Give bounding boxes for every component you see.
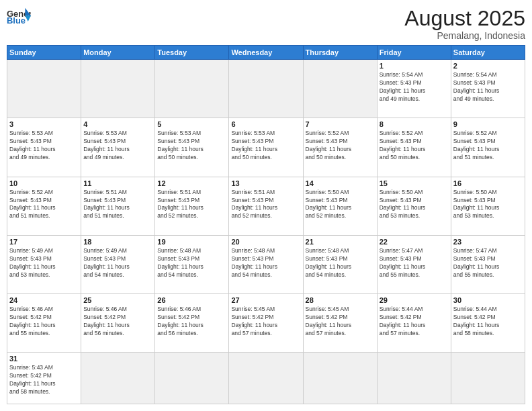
day-info: Sunrise: 5:45 AM Sunset: 5:42 PM Dayligh… [306, 306, 375, 338]
calendar-cell: 11Sunrise: 5:51 AM Sunset: 5:43 PM Dayli… [81, 177, 155, 235]
weekday-header-monday: Monday [81, 46, 155, 60]
day-number: 2 [453, 62, 523, 70]
day-number: 15 [380, 179, 449, 187]
day-info: Sunrise: 5:44 AM Sunset: 5:42 PM Dayligh… [453, 306, 523, 338]
calendar-cell: 23Sunrise: 5:47 AM Sunset: 5:43 PM Dayli… [451, 235, 525, 293]
logo-icon: General Blue [7, 7, 31, 26]
calendar-week-row: 10Sunrise: 5:52 AM Sunset: 5:43 PM Dayli… [7, 177, 525, 235]
day-info: Sunrise: 5:45 AM Sunset: 5:42 PM Dayligh… [231, 306, 300, 338]
weekday-header-tuesday: Tuesday [155, 46, 229, 60]
day-number: 17 [9, 238, 79, 246]
calendar-cell: 31Sunrise: 5:43 AM Sunset: 5:42 PM Dayli… [7, 353, 81, 404]
day-info: Sunrise: 5:48 AM Sunset: 5:43 PM Dayligh… [306, 247, 375, 279]
day-number: 8 [380, 120, 449, 128]
calendar-week-row: 31Sunrise: 5:43 AM Sunset: 5:42 PM Dayli… [7, 353, 525, 404]
logo: General Blue [7, 7, 31, 26]
weekday-header-friday: Friday [377, 46, 451, 60]
day-info: Sunrise: 5:44 AM Sunset: 5:42 PM Dayligh… [380, 306, 449, 338]
day-info: Sunrise: 5:52 AM Sunset: 5:43 PM Dayligh… [9, 189, 79, 221]
day-number: 25 [83, 296, 152, 304]
day-number: 31 [9, 355, 79, 363]
day-number: 9 [453, 120, 523, 128]
location-subtitle: Pemalang, Indonesia [404, 30, 525, 41]
day-info: Sunrise: 5:43 AM Sunset: 5:42 PM Dayligh… [9, 364, 79, 396]
day-info: Sunrise: 5:50 AM Sunset: 5:43 PM Dayligh… [453, 189, 523, 221]
day-info: Sunrise: 5:48 AM Sunset: 5:43 PM Dayligh… [157, 247, 226, 279]
day-number: 19 [157, 238, 226, 246]
day-info: Sunrise: 5:46 AM Sunset: 5:42 PM Dayligh… [9, 306, 79, 338]
day-number: 20 [231, 238, 300, 246]
day-number: 7 [306, 120, 375, 128]
calendar-cell: 14Sunrise: 5:50 AM Sunset: 5:43 PM Dayli… [303, 177, 377, 235]
day-info: Sunrise: 5:46 AM Sunset: 5:42 PM Dayligh… [157, 306, 226, 338]
calendar-week-row: 17Sunrise: 5:49 AM Sunset: 5:43 PM Dayli… [7, 235, 525, 293]
day-info: Sunrise: 5:52 AM Sunset: 5:43 PM Dayligh… [306, 130, 375, 162]
day-number: 5 [157, 120, 226, 128]
day-number: 1 [380, 62, 449, 70]
calendar-cell: 25Sunrise: 5:46 AM Sunset: 5:42 PM Dayli… [81, 294, 155, 353]
day-number: 27 [231, 296, 300, 304]
day-number: 16 [453, 179, 523, 187]
month-year-title: August 2025 [404, 7, 525, 30]
day-number: 29 [380, 296, 449, 304]
calendar-cell [377, 353, 451, 404]
calendar-cell: 10Sunrise: 5:52 AM Sunset: 5:43 PM Dayli… [7, 177, 81, 235]
calendar-cell: 24Sunrise: 5:46 AM Sunset: 5:42 PM Dayli… [7, 294, 81, 353]
weekday-header-sunday: Sunday [7, 46, 81, 60]
day-number: 21 [306, 238, 375, 246]
day-number: 4 [83, 120, 152, 128]
day-info: Sunrise: 5:51 AM Sunset: 5:43 PM Dayligh… [83, 189, 152, 221]
day-info: Sunrise: 5:53 AM Sunset: 5:43 PM Dayligh… [9, 130, 79, 162]
day-number: 23 [453, 238, 523, 246]
day-info: Sunrise: 5:49 AM Sunset: 5:43 PM Dayligh… [83, 247, 152, 279]
day-number: 22 [380, 238, 449, 246]
day-number: 6 [231, 120, 300, 128]
calendar-cell: 3Sunrise: 5:53 AM Sunset: 5:43 PM Daylig… [7, 118, 81, 177]
calendar-cell: 6Sunrise: 5:53 AM Sunset: 5:43 PM Daylig… [229, 118, 303, 177]
calendar-cell [303, 60, 377, 118]
day-number: 14 [306, 179, 375, 187]
calendar-cell: 18Sunrise: 5:49 AM Sunset: 5:43 PM Dayli… [81, 235, 155, 293]
day-info: Sunrise: 5:49 AM Sunset: 5:43 PM Dayligh… [9, 247, 79, 279]
calendar-cell: 2Sunrise: 5:54 AM Sunset: 5:43 PM Daylig… [451, 60, 525, 118]
day-number: 11 [83, 179, 152, 187]
calendar-week-row: 1Sunrise: 5:54 AM Sunset: 5:43 PM Daylig… [7, 60, 525, 118]
day-number: 24 [9, 296, 79, 304]
day-number: 12 [157, 179, 226, 187]
calendar-table: SundayMondayTuesdayWednesdayThursdayFrid… [7, 45, 525, 404]
calendar-cell: 30Sunrise: 5:44 AM Sunset: 5:42 PM Dayli… [451, 294, 525, 353]
header: General Blue August 2025 Pemalang, Indon… [7, 7, 525, 41]
calendar-cell: 17Sunrise: 5:49 AM Sunset: 5:43 PM Dayli… [7, 235, 81, 293]
calendar-cell: 5Sunrise: 5:53 AM Sunset: 5:43 PM Daylig… [155, 118, 229, 177]
calendar-cell [303, 353, 377, 404]
calendar-cell: 9Sunrise: 5:52 AM Sunset: 5:43 PM Daylig… [451, 118, 525, 177]
day-number: 30 [453, 296, 523, 304]
day-info: Sunrise: 5:53 AM Sunset: 5:43 PM Dayligh… [231, 130, 300, 162]
calendar-cell: 19Sunrise: 5:48 AM Sunset: 5:43 PM Dayli… [155, 235, 229, 293]
day-info: Sunrise: 5:53 AM Sunset: 5:43 PM Dayligh… [83, 130, 152, 162]
page: General Blue August 2025 Pemalang, Indon… [0, 0, 532, 411]
day-info: Sunrise: 5:48 AM Sunset: 5:43 PM Dayligh… [231, 247, 300, 279]
calendar-cell [155, 353, 229, 404]
day-info: Sunrise: 5:50 AM Sunset: 5:43 PM Dayligh… [306, 189, 375, 221]
calendar-cell: 28Sunrise: 5:45 AM Sunset: 5:42 PM Dayli… [303, 294, 377, 353]
day-info: Sunrise: 5:52 AM Sunset: 5:43 PM Dayligh… [380, 130, 449, 162]
calendar-cell: 21Sunrise: 5:48 AM Sunset: 5:43 PM Dayli… [303, 235, 377, 293]
calendar-week-row: 3Sunrise: 5:53 AM Sunset: 5:43 PM Daylig… [7, 118, 525, 177]
calendar-cell: 1Sunrise: 5:54 AM Sunset: 5:43 PM Daylig… [377, 60, 451, 118]
calendar-cell: 27Sunrise: 5:45 AM Sunset: 5:42 PM Dayli… [229, 294, 303, 353]
weekday-header-wednesday: Wednesday [229, 46, 303, 60]
day-number: 28 [306, 296, 375, 304]
calendar-cell [155, 60, 229, 118]
title-block: August 2025 Pemalang, Indonesia [404, 7, 525, 41]
weekday-header-row: SundayMondayTuesdayWednesdayThursdayFrid… [7, 46, 525, 60]
calendar-cell [81, 353, 155, 404]
calendar-cell [229, 60, 303, 118]
calendar-cell: 7Sunrise: 5:52 AM Sunset: 5:43 PM Daylig… [303, 118, 377, 177]
calendar-cell: 13Sunrise: 5:51 AM Sunset: 5:43 PM Dayli… [229, 177, 303, 235]
calendar-cell: 12Sunrise: 5:51 AM Sunset: 5:43 PM Dayli… [155, 177, 229, 235]
day-number: 10 [9, 179, 79, 187]
weekday-header-thursday: Thursday [303, 46, 377, 60]
calendar-cell [451, 353, 525, 404]
calendar-cell: 26Sunrise: 5:46 AM Sunset: 5:42 PM Dayli… [155, 294, 229, 353]
